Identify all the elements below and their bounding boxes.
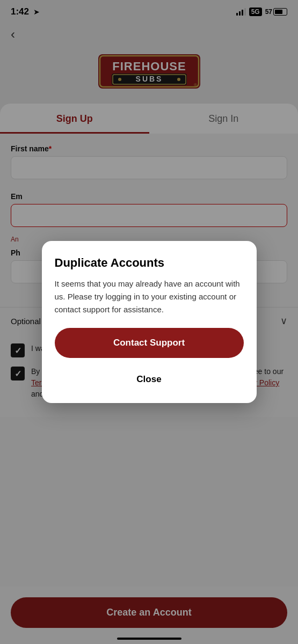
contact-support-button[interactable]: Contact Support — [55, 328, 244, 358]
modal-overlay: Duplicate Accounts It seems that you may… — [0, 0, 298, 644]
modal-close-button[interactable]: Close — [55, 367, 244, 392]
duplicate-accounts-modal: Duplicate Accounts It seems that you may… — [42, 241, 257, 403]
modal-body: It seems that you may already have an ac… — [55, 277, 244, 316]
modal-title: Duplicate Accounts — [55, 256, 244, 270]
